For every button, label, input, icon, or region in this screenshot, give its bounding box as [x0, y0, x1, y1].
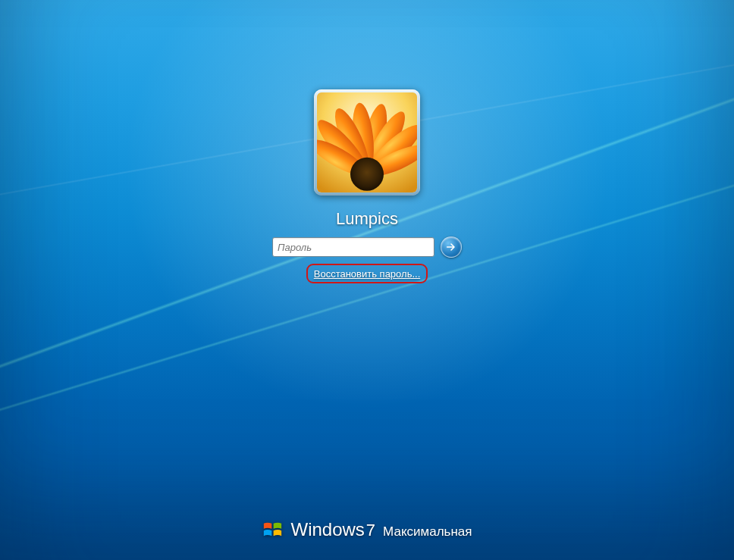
- brand-edition: Максимальная: [383, 524, 472, 540]
- user-avatar: [317, 92, 417, 192]
- brand-version: 7: [366, 521, 375, 540]
- login-panel: Lumpics Восстановить пароль...: [253, 89, 481, 283]
- windows-logo-icon: [262, 519, 283, 540]
- submit-button[interactable]: [441, 236, 462, 258]
- brand-text: Windows 7 Максимальная: [290, 519, 472, 540]
- brand-product: Windows: [290, 519, 364, 540]
- orange-flower-icon: [317, 92, 417, 192]
- password-input[interactable]: [272, 237, 434, 257]
- username-label: Lumpics: [336, 209, 398, 229]
- arrow-right-icon: [445, 241, 457, 253]
- branding-bar: Windows 7 Максимальная: [262, 519, 472, 540]
- reset-password-link[interactable]: Восстановить пароль...: [314, 268, 421, 280]
- login-screen: Lumpics Восстановить пароль...: [0, 0, 734, 560]
- password-row: [272, 236, 462, 258]
- svg-point-9: [350, 158, 384, 191]
- reset-password-highlight: Восстановить пароль...: [306, 264, 428, 283]
- user-avatar-frame: [314, 89, 420, 196]
